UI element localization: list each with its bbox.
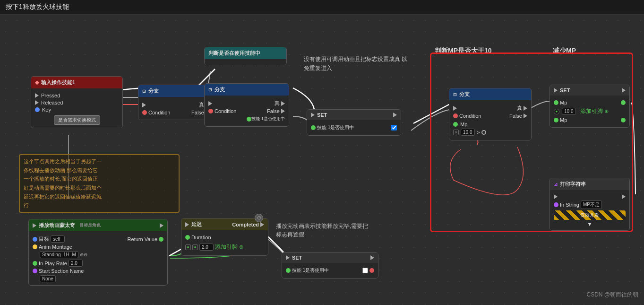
branch-node-3[interactable]: ⊡ 分支 真 Condition False bbox=[449, 88, 532, 140]
branch1-true-label: 真 bbox=[199, 101, 204, 108]
play-header: 播放动画蒙太奇 bbox=[39, 222, 75, 229]
print-header: 打印字符串 bbox=[560, 181, 586, 188]
set2-skill-label: 技能 1是否使用中 bbox=[292, 267, 329, 274]
pressed-exec-pin bbox=[35, 93, 39, 98]
branch2-true-pin bbox=[281, 101, 285, 106]
input-node-header: 输入操作技能1 bbox=[41, 79, 75, 86]
branch3-value[interactable]: 10.0 bbox=[461, 129, 475, 136]
reduce-mp-node[interactable]: SET Mp ● 10.0 添加引脚 ⊕ Mp bbox=[550, 85, 630, 128]
branch3-false-pin bbox=[524, 113, 527, 118]
reduce-value[interactable]: 10.0 bbox=[562, 108, 576, 115]
print-exec-out bbox=[622, 194, 626, 199]
play-inrate-value[interactable]: 2.0 bbox=[69, 260, 83, 267]
delay-node[interactable]: ⏱ 延迟 Completed Duration ● ● bbox=[181, 218, 268, 256]
set2-exec-in bbox=[286, 255, 290, 260]
branch-node-2[interactable]: ⊡ 分支 真 Condition False bbox=[204, 83, 289, 127]
play-inrate-pin bbox=[33, 261, 37, 266]
branch2-header: 分支 bbox=[215, 86, 225, 93]
reduce-exec-out bbox=[622, 88, 626, 93]
page-title: 按下1释放丢火球技能 bbox=[6, 3, 69, 10]
branch2-exec-in bbox=[208, 101, 212, 106]
print-instring-pin bbox=[554, 202, 558, 207]
switch-mode-button[interactable]: 是否需求切换模式 bbox=[54, 115, 100, 125]
branch2-false-label: False bbox=[267, 108, 280, 114]
reduce-add-pin[interactable]: 添加引脚 ⊕ bbox=[580, 107, 609, 115]
timer-icon: ⏱ bbox=[255, 214, 263, 222]
branch3-compare-out bbox=[481, 130, 486, 135]
branch2-skill-pin bbox=[247, 117, 251, 122]
reduce-mp2-out bbox=[621, 118, 626, 122]
section-label-mp: 判断MP是否大于10 bbox=[435, 47, 492, 55]
print-instring-label: In String bbox=[560, 202, 579, 208]
branch2-cond-label: Condition bbox=[215, 108, 236, 114]
watermark: CSDN @朝而往的朝 bbox=[586, 291, 638, 299]
branch2-false-pin bbox=[281, 109, 285, 113]
play-anim-label: Anim Montage bbox=[39, 244, 72, 250]
play-target-label: 目标 bbox=[39, 235, 49, 243]
canvas-area[interactable]: 判断MP是否大于10 减少MP ◆ 输入操作技能1 Pressed Releas… bbox=[0, 15, 644, 305]
set1-skill-in bbox=[311, 125, 316, 130]
branch1-false-label: False bbox=[191, 110, 204, 115]
play-section-pin bbox=[33, 269, 37, 273]
branch-node-1[interactable]: ⊡ 分支 真 Condition False bbox=[138, 85, 214, 120]
judge-skill-node[interactable]: 判断是否在使用技能中 bbox=[204, 47, 287, 65]
delay-header: 延迟 bbox=[191, 221, 202, 228]
play-exec-out bbox=[160, 223, 163, 228]
set1-skill-checkbox[interactable] bbox=[391, 125, 397, 131]
set2-skill-checkbox[interactable] bbox=[362, 268, 368, 273]
branch3-cond-label: Condition bbox=[459, 113, 481, 119]
delay-exec-in bbox=[185, 222, 189, 227]
print-string-node[interactable]: ⊿ 打印字符串 In String MP不足 仅限开发 ▼ bbox=[550, 178, 630, 231]
set-node-1[interactable]: SET 技能 1是否使用中 bbox=[307, 109, 401, 136]
anim-complete-desc: 播放完动画表示技能释放完毕,需要把标志再置假 bbox=[276, 222, 370, 239]
play-inrate-label: In Play Rate bbox=[39, 261, 67, 266]
play-return-label: Return Value bbox=[128, 236, 157, 242]
delay-value[interactable]: 2.0 bbox=[199, 244, 214, 251]
dev-badge: 仅限开发 bbox=[554, 210, 626, 220]
delay-completed-pin bbox=[260, 222, 264, 227]
branch3-true-pin bbox=[524, 106, 527, 111]
play-section-value[interactable]: None bbox=[40, 275, 56, 282]
print-exec-in bbox=[554, 194, 558, 199]
set2-exec-out bbox=[370, 255, 374, 260]
branch1-exec-in bbox=[142, 103, 146, 107]
branch3-header: 分支 bbox=[459, 91, 470, 98]
expand-button[interactable]: ▼ bbox=[554, 221, 626, 227]
set-node-2[interactable]: SET 技能 1是否使用中 bbox=[282, 252, 378, 279]
branch1-cond-label: Condition bbox=[148, 110, 170, 115]
delay-add-pin[interactable]: 添加引脚 ⊕ bbox=[215, 243, 244, 251]
play-section-label: Start Section Name bbox=[39, 268, 84, 274]
section-label-reduce: 减少MP bbox=[553, 47, 576, 55]
play-anim-pin bbox=[33, 244, 37, 249]
set1-header: SET bbox=[317, 112, 327, 118]
pressed-label: Pressed bbox=[41, 93, 60, 98]
branch2-cond-pin bbox=[208, 109, 213, 113]
branch3-true-label: 真 bbox=[517, 105, 522, 112]
set1-skill-label: 技能 1是否使用中 bbox=[317, 124, 354, 131]
branch2-true-label: 真 bbox=[275, 100, 280, 107]
play-target-value[interactable]: self bbox=[51, 235, 65, 243]
no-anim-desc: 没有使用可调用动画且把标志设置成真 以免重复进入 bbox=[304, 55, 408, 73]
delay-completed-label: Completed bbox=[232, 222, 259, 227]
play-anim-node[interactable]: 播放动画蒙太奇 目标是角色 目标 self Return Value Anim … bbox=[28, 219, 168, 286]
released-label: Released bbox=[41, 100, 63, 105]
branch3-mp-pin bbox=[453, 122, 458, 127]
branch3-exec-in bbox=[453, 106, 457, 111]
title-bar: 按下1释放丢火球技能 bbox=[0, 0, 644, 15]
reduce-mp2-in bbox=[554, 118, 558, 122]
key-label: Key bbox=[42, 107, 51, 113]
set2-header: SET bbox=[292, 255, 302, 261]
input-node[interactable]: ◆ 输入操作技能1 Pressed Released Key 是否需求切换模式 bbox=[31, 76, 123, 128]
key-pin bbox=[35, 107, 40, 112]
reduce-mp-label1: Mp bbox=[560, 100, 567, 105]
comment-box: 这个节点调用之后相当于另起了一条线程去播放动画,那么需要给它一个播放的时长,而它… bbox=[19, 154, 180, 213]
branch3-mp-label: Mp bbox=[460, 122, 467, 127]
branch1-header: 分支 bbox=[148, 87, 159, 95]
play-anim-value[interactable]: Standing_1H_M bbox=[40, 251, 78, 258]
print-instring-value[interactable]: MP不足 bbox=[581, 200, 602, 209]
play-anim-controls[interactable]: ⊕⊖ bbox=[80, 252, 87, 257]
set2-skill-red bbox=[369, 268, 374, 273]
delay-duration-label: Duration bbox=[191, 235, 211, 240]
play-return-pin bbox=[159, 237, 163, 242]
released-exec-pin bbox=[35, 100, 39, 105]
